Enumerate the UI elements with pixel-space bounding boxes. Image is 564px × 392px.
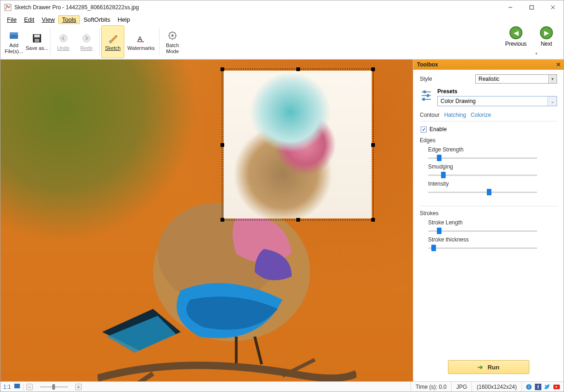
handle-n[interactable] (296, 67, 300, 71)
next-button[interactable]: ▶ Next (533, 26, 560, 47)
svg-point-1 (6, 5, 7, 6)
smudging-slider[interactable] (428, 171, 537, 179)
svg-rect-39 (423, 98, 425, 101)
sketch-button[interactable]: Sketch (101, 25, 124, 58)
menu-bar: File Edit View Tools SoftOrbits Help (0, 14, 564, 24)
redo-icon (80, 32, 92, 44)
batch-mode-button[interactable]: Batch Mode (161, 25, 184, 58)
strokes-group-label: Strokes (420, 210, 557, 217)
presets-label: Presets (437, 88, 557, 95)
undo-button[interactable]: Undo (52, 25, 75, 58)
add-files-icon (8, 30, 20, 42)
stroke-thickness-label: Stroke thickness (428, 236, 557, 243)
svg-line-24 (170, 38, 171, 39)
svg-rect-9 (34, 35, 40, 37)
status-time: Time (s): 0.0 (411, 382, 451, 392)
toolbar: Add File(s)... Save as... Undo Redo Sket… (0, 24, 564, 60)
watermarks-button[interactable]: A Watermarks (124, 25, 158, 58)
youtube-icon[interactable] (553, 384, 560, 390)
svg-line-25 (175, 33, 176, 34)
menu-softorbits[interactable]: SoftOrbits (80, 15, 114, 24)
handle-s[interactable] (296, 218, 300, 222)
menu-tools[interactable]: Tools (58, 15, 80, 24)
menu-help[interactable]: Help (114, 15, 134, 24)
chevron-down-icon: ▾ (548, 75, 557, 83)
edge-strength-label: Edge Strength (428, 146, 557, 153)
stroke-length-slider[interactable] (428, 227, 537, 235)
style-select[interactable]: Realistic ▾ (475, 74, 557, 84)
enable-checkbox[interactable]: ✔ (421, 127, 427, 133)
zoom-in-button[interactable]: + (75, 384, 82, 390)
svg-line-33 (255, 337, 262, 364)
status-dimensions: (1600x1242x24) (472, 382, 521, 392)
svg-point-17 (171, 35, 174, 37)
svg-rect-40 (14, 384, 20, 388)
fit-screen-icon[interactable] (14, 383, 20, 390)
run-icon: ➔ (478, 363, 483, 371)
title-bar: Sketch Drawer Pro - 1442285_80661628222s… (0, 0, 564, 14)
intensity-slider[interactable] (428, 188, 537, 196)
add-files-button[interactable]: Add File(s)... (2, 25, 25, 58)
handle-ne[interactable] (371, 67, 375, 71)
zoom-slider[interactable] (36, 384, 73, 390)
status-bar: 1:1 − + Time (s): 0.0 JPG (1600x1242x24)… (0, 381, 564, 392)
zoom-out-button[interactable]: − (26, 384, 33, 390)
watermarks-icon: A (135, 32, 147, 44)
next-icon: ▶ (540, 26, 553, 39)
enable-label: Enable (429, 126, 447, 133)
info-icon[interactable]: i (526, 384, 532, 390)
previous-icon: ◀ (509, 26, 522, 39)
handle-sw[interactable] (221, 218, 224, 222)
minimize-button[interactable] (500, 0, 521, 14)
batch-icon (166, 30, 178, 42)
toolbox-tabs: Contour Hatching Colorize (420, 110, 557, 121)
chevron-down-icon: ⌄ (547, 96, 557, 106)
tab-hatching[interactable]: Hatching (444, 112, 466, 118)
handle-w[interactable] (221, 143, 224, 147)
selection-box[interactable] (222, 69, 374, 220)
run-button[interactable]: ➔ Run (448, 360, 529, 374)
handle-nw[interactable] (221, 67, 224, 71)
toolbox-close-icon[interactable]: ✕ (556, 61, 561, 68)
toolbar-overflow-icon[interactable]: ▾ (535, 51, 538, 56)
canvas-area[interactable] (0, 60, 413, 381)
svg-line-22 (170, 33, 171, 34)
svg-point-11 (60, 35, 67, 42)
edges-group-label: Edges (420, 137, 557, 144)
svg-text:i: i (528, 385, 529, 389)
stroke-length-label: Stroke Length (428, 219, 557, 226)
sketch-icon (107, 32, 119, 44)
undo-icon (57, 32, 69, 44)
smudging-label: Smudging (428, 163, 557, 170)
twitter-icon[interactable] (544, 384, 551, 390)
style-label: Style (420, 76, 475, 82)
svg-rect-37 (427, 94, 429, 97)
svg-line-23 (175, 38, 176, 39)
previous-button[interactable]: ◀ Previous (503, 26, 529, 47)
tab-contour[interactable]: Contour (420, 112, 440, 118)
preset-select[interactable]: Color Drawing ⌄ (437, 96, 557, 106)
facebook-icon[interactable]: f (535, 384, 541, 390)
handle-se[interactable] (371, 218, 375, 222)
stroke-thickness-slider[interactable] (428, 244, 537, 252)
redo-button[interactable]: Redo (75, 25, 98, 58)
handle-e[interactable] (371, 143, 375, 147)
tab-colorize[interactable]: Colorize (471, 112, 491, 118)
presets-icon (420, 88, 433, 101)
menu-view[interactable]: View (38, 15, 58, 24)
window-title: Sketch Drawer Pro - 1442285_80661628222s… (14, 4, 500, 11)
svg-rect-3 (530, 6, 533, 9)
menu-edit[interactable]: Edit (20, 15, 38, 24)
toolbox-header: Toolbox ✕ (413, 60, 564, 70)
svg-rect-10 (35, 39, 39, 42)
intensity-label: Intensity (428, 181, 557, 187)
edge-strength-slider[interactable] (428, 154, 537, 162)
menu-file[interactable]: File (3, 15, 20, 24)
svg-point-12 (83, 35, 91, 42)
save-as-button[interactable]: Save as... (25, 25, 49, 58)
maximize-button[interactable] (521, 0, 542, 14)
svg-rect-0 (5, 4, 11, 11)
save-icon (31, 32, 43, 44)
close-button[interactable] (542, 0, 564, 14)
zoom-ratio-label[interactable]: 1:1 (3, 384, 11, 390)
